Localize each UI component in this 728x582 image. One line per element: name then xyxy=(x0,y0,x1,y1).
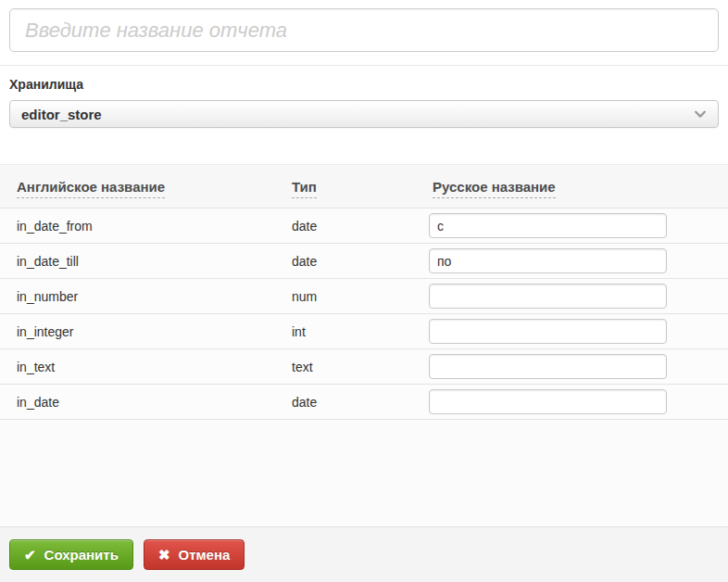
storages-label: Хранилища xyxy=(9,77,719,92)
report-name-section xyxy=(0,0,728,52)
russian-name-input[interactable] xyxy=(429,248,667,273)
english-name-cell: in_date_from xyxy=(0,219,292,234)
russian-name-input[interactable] xyxy=(429,354,667,379)
type-cell: date xyxy=(292,395,429,410)
table-row: in_date_from date xyxy=(0,209,728,244)
save-button-label: Сохранить xyxy=(44,547,119,563)
english-name-cell: in_date xyxy=(0,395,292,410)
table-row: in_number num xyxy=(0,279,728,314)
russian-name-input[interactable] xyxy=(429,284,667,309)
type-cell: num xyxy=(292,289,429,304)
storage-select[interactable]: editor_store xyxy=(9,100,719,128)
storage-select-value: editor_store xyxy=(21,107,102,122)
english-name-cell: in_text xyxy=(0,360,292,374)
footer-action-bar: ✔ Сохранить ✖ Отмена xyxy=(0,526,728,582)
type-cell: date xyxy=(292,254,429,269)
cancel-button-label: Отмена xyxy=(178,547,230,563)
english-name-cell: in_number xyxy=(0,289,292,304)
save-button[interactable]: ✔ Сохранить xyxy=(9,539,133,570)
column-header-russian-name[interactable]: Русское название xyxy=(433,179,556,198)
column-header-type[interactable]: Тип xyxy=(292,179,317,198)
english-name-cell: in_integer xyxy=(0,324,292,339)
cancel-button[interactable]: ✖ Отмена xyxy=(144,539,245,570)
english-name-cell: in_date_till xyxy=(0,254,292,269)
storage-section: Хранилища editor_store xyxy=(0,66,728,128)
parameters-table: Английское название Тип Русское название… xyxy=(0,164,728,420)
column-header-english-name[interactable]: Английское название xyxy=(17,179,165,198)
report-name-input[interactable] xyxy=(9,8,719,52)
type-cell: text xyxy=(292,360,429,374)
russian-name-input[interactable] xyxy=(429,319,667,344)
table-header-row: Английское название Тип Русское название xyxy=(0,164,728,209)
x-icon: ✖ xyxy=(158,547,170,563)
chevron-down-icon xyxy=(694,108,707,120)
empty-area xyxy=(0,420,728,526)
checkmark-icon: ✔ xyxy=(24,547,36,563)
type-cell: int xyxy=(292,324,429,339)
table-row: in_integer int xyxy=(0,314,728,349)
table-row: in_date date xyxy=(0,385,728,420)
table-row: in_text text xyxy=(0,349,728,385)
type-cell: date xyxy=(292,219,429,234)
table-row: in_date_till date xyxy=(0,244,728,279)
russian-name-input[interactable] xyxy=(429,213,667,238)
russian-name-input[interactable] xyxy=(429,389,667,414)
